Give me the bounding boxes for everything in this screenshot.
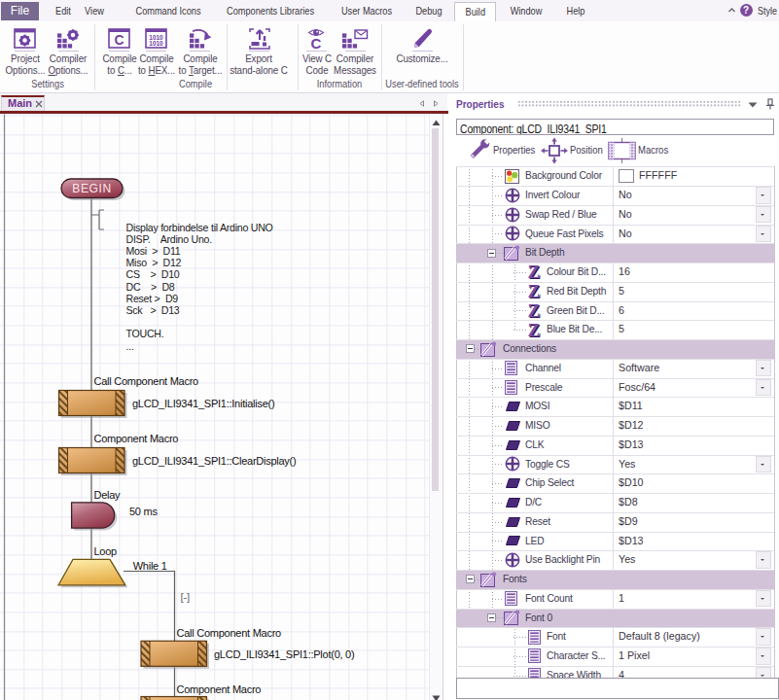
svg-text:gLCD_ILI9341_SPI1::Initialise(: gLCD_ILI9341_SPI1::Initialise() [132, 398, 274, 409]
svg-text:Mosi > D11: Mosi > D11 [126, 245, 181, 257]
svg-text:Call Component Macro: Call Component Macro [177, 627, 282, 639]
svg-text:1010: 1010 [149, 40, 163, 47]
svg-text:Reset > D9: Reset > D9 [126, 293, 179, 304]
svg-text:BEGIN: BEGIN [72, 182, 111, 195]
svg-text:Delay: Delay [94, 489, 122, 501]
svg-text:gLCD_ILI9341_SPI1::ClearDispla: gLCD_ILI9341_SPI1::ClearDisplay() [132, 455, 296, 467]
svg-text:[-]: [-] [181, 591, 191, 603]
svg-text:While 1: While 1 [133, 560, 167, 572]
svg-text:Display forbindelse til Ardino: Display forbindelse til Ardino UNO [126, 222, 273, 233]
svg-text:...: ... [126, 340, 134, 352]
svg-text:Sck > D13: Sck > D13 [126, 304, 180, 316]
svg-text:gLCD_ILI9341_SPI1::Plot(0, 0): gLCD_ILI9341_SPI1::Plot(0, 0) [214, 648, 354, 660]
svg-text:Miso > D12: Miso > D12 [126, 257, 182, 268]
svg-text:Component Macro: Component Macro [94, 433, 179, 444]
svg-text:CS > D10: CS > D10 [126, 268, 180, 280]
svg-text:TOUCH.: TOUCH. [126, 328, 164, 339]
svg-text:Call Component Macro: Call Component Macro [94, 375, 199, 387]
svg-text:50 ms: 50 ms [129, 506, 158, 517]
svg-text:C: C [311, 35, 322, 52]
svg-text:DC > D8: DC > D8 [126, 281, 175, 293]
svg-text:Loop: Loop [94, 545, 118, 557]
svg-text:C: C [114, 32, 124, 48]
svg-text:Component Macro: Component Macro [177, 683, 262, 695]
svg-text:DISP. Ardino Uno.: DISP. Ardino Uno. [126, 233, 212, 245]
